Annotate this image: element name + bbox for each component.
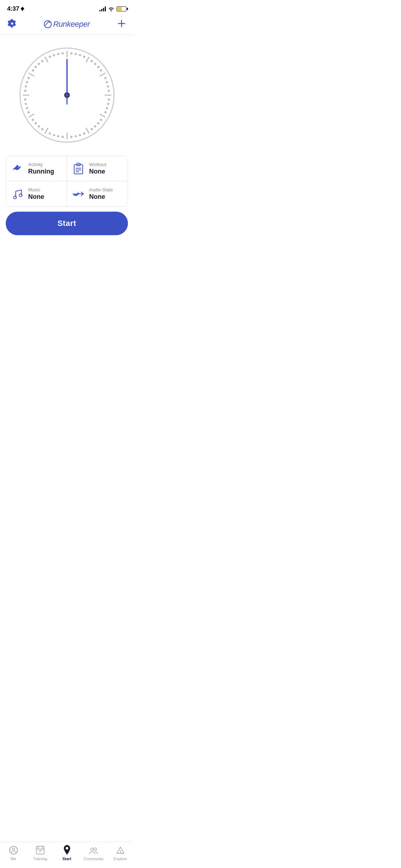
- activity-label: Activity: [28, 162, 54, 167]
- svg-point-50: [24, 90, 26, 92]
- activity-value: Running: [28, 168, 54, 175]
- svg-point-60: [57, 53, 59, 55]
- logo-text: Runkeeper: [53, 20, 90, 29]
- music-value: None: [28, 193, 44, 201]
- audio-stats-icon: [72, 187, 85, 200]
- svg-point-71: [14, 196, 16, 199]
- status-bar: 4:37: [0, 0, 134, 16]
- svg-point-27: [107, 103, 109, 105]
- clipboard-icon: [72, 162, 85, 175]
- activity-text: Activity Running: [28, 162, 54, 175]
- workout-option[interactable]: Workout None: [67, 156, 128, 181]
- status-icons: [99, 6, 127, 11]
- svg-point-39: [57, 135, 59, 137]
- audio-stats-value: None: [89, 193, 113, 201]
- svg-point-14: [70, 52, 72, 54]
- signal-icon: [99, 6, 106, 11]
- options-row-1: Activity Running Workout None: [6, 156, 128, 181]
- svg-point-36: [74, 135, 77, 137]
- svg-point-24: [107, 86, 109, 88]
- clock-face-svg: [17, 45, 117, 145]
- workout-label: Workout: [89, 162, 106, 167]
- wifi-icon: [108, 6, 114, 11]
- start-button[interactable]: Start: [6, 212, 128, 235]
- header: Runkeeper: [0, 16, 134, 35]
- audio-stats-option[interactable]: Audio Stats None: [67, 181, 128, 206]
- music-label: Music: [28, 187, 44, 192]
- svg-point-49: [24, 99, 26, 100]
- svg-point-61: [61, 52, 63, 54]
- svg-point-65: [66, 94, 68, 97]
- audio-stats-label: Audio Stats: [89, 187, 113, 192]
- running-shoe-icon: [11, 162, 24, 175]
- time-display: 4:37: [7, 5, 19, 12]
- svg-point-0: [44, 21, 51, 28]
- svg-point-26: [108, 99, 109, 100]
- svg-point-38: [61, 136, 63, 138]
- svg-point-48: [25, 103, 27, 105]
- status-time: 4:37: [7, 5, 24, 12]
- start-button-container: Start: [0, 207, 134, 240]
- settings-button[interactable]: [7, 19, 17, 30]
- activity-option[interactable]: Activity Running: [6, 156, 67, 181]
- options-grid: Activity Running Workout None: [6, 156, 128, 207]
- svg-point-25: [108, 90, 109, 92]
- svg-point-72: [19, 194, 22, 197]
- svg-point-15: [74, 53, 77, 55]
- workout-text: Workout None: [89, 162, 106, 175]
- stopwatch-clock: [17, 45, 117, 145]
- workout-value: None: [89, 168, 106, 175]
- svg-point-37: [70, 136, 72, 138]
- svg-point-51: [25, 86, 27, 88]
- battery-icon: [117, 6, 127, 11]
- add-button[interactable]: [117, 19, 127, 30]
- app-logo: Runkeeper: [44, 20, 90, 29]
- asics-logo-icon: [44, 20, 52, 28]
- audio-stats-text: Audio Stats None: [89, 187, 113, 201]
- options-row-2: Music None Audio Stats None: [6, 181, 128, 206]
- music-icon: [11, 187, 24, 200]
- music-option[interactable]: Music None: [6, 181, 67, 206]
- location-icon: [21, 7, 24, 11]
- music-text: Music None: [28, 187, 44, 201]
- clock-container: [0, 35, 134, 152]
